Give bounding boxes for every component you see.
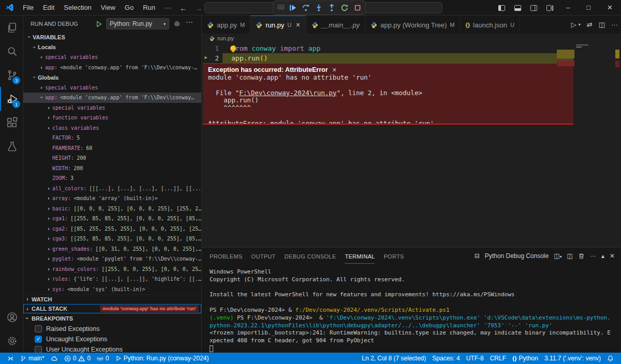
minimize-button[interactable]: – (558, 0, 578, 16)
variable-row[interactable]: FACTOR:5 (23, 133, 201, 143)
tab-app-py[interactable]: app.py M (202, 16, 250, 34)
variables-section-header[interactable]: VARIABLES (23, 32, 201, 42)
panel-more-actions-icon[interactable]: ··· (590, 252, 596, 260)
maximize-button[interactable]: □ (578, 0, 599, 16)
menu-selection[interactable]: Selection (59, 0, 96, 16)
tab-launch-json[interactable]: {} launch.json U (461, 16, 520, 34)
watch-section-header[interactable]: WATCH (23, 294, 201, 304)
drag-grip-icon[interactable]: ⠿⠿ (277, 4, 284, 11)
toggle-panel-icon[interactable] (510, 4, 526, 12)
variable-row[interactable]: FRAMERATE:60 (23, 143, 201, 154)
run-options-chevron-icon[interactable]: ▾ (579, 22, 581, 27)
locals-scope-row[interactable]: Locals (23, 42, 201, 53)
editor-more-actions-icon[interactable]: ··· (611, 21, 618, 28)
variable-row[interactable]: sys:<module 'sys' (built-in)> (23, 284, 201, 295)
variable-row[interactable]: app:<module 'conway.app' from 'F:\\Dev\\… (23, 63, 201, 73)
back-arrow-icon[interactable]: ← (180, 4, 187, 12)
checkbox-unchecked[interactable] (35, 325, 42, 332)
breakpoints-section-header[interactable]: BREAKPOINTS (23, 313, 201, 323)
variable-row[interactable]: WIDTH:200 (23, 163, 201, 174)
variable-row[interactable]: function variables (23, 113, 201, 123)
debug-step-into-button[interactable] (315, 4, 323, 12)
split-terminal-icon[interactable]: ◫ (567, 252, 573, 260)
terminal-output[interactable]: Windows PowerShell Copyright (C) Microso… (202, 264, 621, 352)
breakpoint-raised-exceptions[interactable]: Raised Exceptions (23, 324, 201, 334)
cursor-position-status[interactable]: Ln 2, Col 8 (7 selected) (359, 353, 429, 364)
code-editor[interactable]: ➤ 1 from conway import app 2 app.run() E… (202, 43, 621, 247)
remote-indicator[interactable] (4, 353, 17, 364)
debug-step-over-button[interactable] (302, 4, 310, 12)
call-stack-section-header[interactable]: CALL STACK module 'conway.app' has no at… (23, 304, 201, 314)
debug-stop-button[interactable] (353, 4, 362, 12)
problems-status[interactable]: 0 0 (61, 353, 94, 364)
tab-debug-console[interactable]: DEBUG CONSOLE (285, 249, 336, 263)
breadcrumb[interactable]: run.py (202, 34, 621, 43)
testing-icon[interactable] (0, 134, 23, 158)
tab-problems[interactable]: PROBLEMS (210, 249, 243, 263)
kill-terminal-icon[interactable] (578, 253, 585, 260)
variable-row[interactable]: cga2:[[85, 255, 255, 255], [0, 0, 0, 255… (23, 224, 201, 234)
split-editor-icon[interactable]: ◫ (599, 21, 605, 28)
eol-status[interactable]: CRLF (487, 353, 509, 364)
forwarded-ports-status[interactable]: 0 (94, 353, 112, 364)
debug-continue-button[interactable] (289, 4, 297, 12)
source-control-icon[interactable]: 3 (0, 63, 23, 87)
menu-more[interactable]: ··· (160, 0, 176, 16)
variable-row[interactable]: rainbow_colors:[[255, 0, 0, 255], [0, 0,… (23, 264, 201, 275)
open-changes-icon[interactable]: ⇄ (587, 21, 593, 28)
checkbox-checked[interactable] (35, 336, 42, 343)
menu-go[interactable]: Go (120, 0, 138, 16)
menu-file[interactable]: File (18, 0, 38, 16)
minimap[interactable] (557, 43, 614, 247)
search-icon[interactable] (0, 39, 23, 63)
checkbox-unchecked[interactable] (35, 346, 42, 353)
variable-row-selected[interactable]: app:<module 'conway.app' from 'F:\\Dev\\… (23, 93, 201, 103)
debug-settings-gear-icon[interactable] (173, 20, 181, 27)
close-window-button[interactable]: ✕ (599, 0, 621, 16)
variable-row[interactable]: array:<module 'array' (built-in)> (23, 193, 201, 204)
notifications-bell-icon[interactable] (604, 353, 617, 364)
toggle-sidebar-icon[interactable] (494, 4, 510, 12)
variable-row[interactable]: class variables (23, 123, 201, 133)
variable-row[interactable]: rules:{'life': [[...], [...]], 'highlife… (23, 274, 201, 284)
variable-row[interactable]: cga1:[[255, 85, 85, 255], [0, 0, 0, 255]… (23, 214, 201, 224)
explorer-icon[interactable] (0, 16, 23, 39)
tab-run-py[interactable]: run.py U ✕ (250, 16, 306, 34)
indentation-status[interactable]: Spaces: 4 (429, 353, 463, 364)
variable-row[interactable]: all_colors:[[[...], [...], [...], [...]]… (23, 184, 201, 194)
variable-row[interactable]: special variables (23, 52, 201, 63)
git-branch-status[interactable]: main* (17, 353, 48, 364)
maximize-panel-icon[interactable]: ▴ (601, 252, 604, 260)
debug-restart-button[interactable] (341, 4, 349, 12)
encoding-status[interactable]: UTF-8 (463, 353, 487, 364)
tab-main-py[interactable]: __main__.py (306, 16, 365, 34)
tab-output[interactable]: OUTPUT (252, 249, 276, 263)
variable-row[interactable]: cga3:[[255, 85, 85, 255], [0, 0, 0, 255]… (23, 234, 201, 244)
variable-row[interactable]: special variables (23, 103, 201, 113)
breakpoint-user-uncaught-exceptions[interactable]: User Uncaught Exceptions (23, 344, 201, 353)
debug-session-status[interactable]: Python: Run.py (conway-2024) (112, 353, 212, 364)
variable-row[interactable]: green_shades:[[0, 31, 0, 255], [0, 0, 0,… (23, 244, 201, 254)
run-python-file-button[interactable]: ▷ (571, 21, 576, 28)
globals-scope-row[interactable]: Globals (23, 72, 201, 83)
settings-gear-icon[interactable] (0, 329, 23, 353)
extensions-icon[interactable] (0, 111, 23, 134)
menu-view[interactable]: View (96, 0, 120, 16)
forward-arrow-icon[interactable]: → (195, 4, 202, 12)
terminal-instance-label[interactable]: Python Debug Console (485, 252, 549, 260)
debug-step-out-button[interactable] (328, 4, 336, 12)
tab-ports[interactable]: PORTS (383, 249, 404, 263)
run-and-debug-icon[interactable]: 1 (0, 87, 23, 111)
sidebar-more-actions-icon[interactable]: ··· (186, 18, 193, 26)
variable-row[interactable]: ZOOM:3 (23, 173, 201, 184)
close-panel-icon[interactable]: ✕ (610, 252, 615, 260)
customize-layout-icon[interactable] (542, 4, 558, 12)
tab-app-py-working-tree[interactable]: app.py (Working Tree) M (365, 16, 461, 34)
variable-row[interactable]: pyglet:<module 'pyglet' from 'f:\\Dev\\c… (23, 254, 201, 264)
toggle-secondary-sidebar-icon[interactable] (526, 4, 542, 12)
menu-run[interactable]: Run (138, 0, 160, 16)
overview-ruler[interactable] (614, 43, 621, 247)
variable-row[interactable]: special variables (23, 83, 201, 93)
variable-row[interactable]: HEIGHT:200 (23, 153, 201, 163)
menu-edit[interactable]: Edit (38, 0, 59, 16)
